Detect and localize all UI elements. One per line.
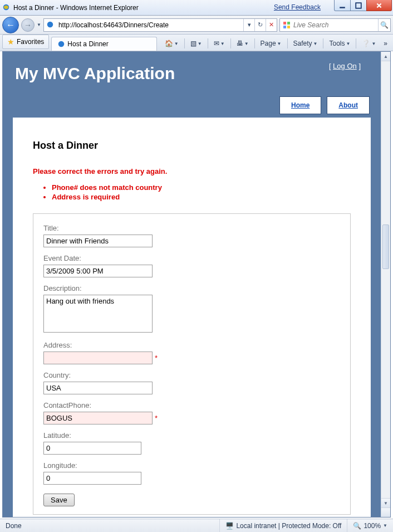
scroll-down-button[interactable]: ▼ bbox=[381, 498, 390, 507]
window-title: Host a Dinner - Windows Internet Explore… bbox=[13, 4, 139, 12]
search-button[interactable]: 🔍 bbox=[378, 19, 390, 31]
validation-error-item: Address is required bbox=[52, 193, 351, 201]
window-titlebar: Host a Dinner - Windows Internet Explore… bbox=[0, 0, 393, 16]
ie-icon bbox=[2, 3, 11, 12]
status-bar: Done 🖥️ Local intranet | Protected Mode:… bbox=[0, 519, 393, 532]
zoom-icon: 🔍 bbox=[353, 522, 361, 530]
svg-rect-7 bbox=[287, 26, 290, 28]
input-contactphone[interactable] bbox=[43, 412, 153, 424]
browser-navbar: ← → ▼ ▾ ↻ ✕ 🔍 bbox=[0, 16, 393, 35]
label-description: Description: bbox=[43, 284, 340, 292]
form-fieldset: Title: Event Date: Description: Hang out… bbox=[33, 213, 351, 515]
svg-rect-5 bbox=[287, 22, 290, 25]
page-icon bbox=[46, 21, 55, 30]
zoom-dropdown[interactable]: ▼ bbox=[383, 523, 387, 528]
status-text: Done bbox=[0, 519, 220, 532]
search-bar[interactable]: 🔍 bbox=[279, 18, 391, 32]
svg-point-8 bbox=[58, 41, 65, 47]
navhistory-dropdown[interactable]: ▼ bbox=[37, 22, 41, 27]
scroll-up-button[interactable]: ▲ bbox=[381, 52, 390, 61]
maximize-button[interactable] bbox=[350, 0, 367, 11]
label-longitude: Longitude: bbox=[43, 461, 340, 470]
browser-tabsbar: ★ Favorites Host a Dinner 🏠▼ ▧▼ ✉▼ 🖶▼ Pa… bbox=[0, 35, 393, 51]
page-heading: Host a Dinner bbox=[33, 140, 351, 152]
input-title[interactable] bbox=[43, 235, 153, 247]
browser-viewport: [ Log On ] My MVC Application Home About… bbox=[2, 51, 391, 518]
error-marker-contactphone: * bbox=[155, 414, 158, 422]
svg-rect-2 bbox=[356, 3, 361, 8]
input-country[interactable] bbox=[43, 382, 153, 394]
tools-menu[interactable]: Tools ▼ bbox=[326, 38, 353, 49]
svg-rect-4 bbox=[283, 22, 286, 25]
minimize-button[interactable] bbox=[334, 0, 351, 11]
scroll-corner bbox=[381, 507, 390, 517]
validation-errors: Phone# does not match country Address is… bbox=[52, 183, 351, 201]
main-content: Host a Dinner Please correct the errors … bbox=[13, 118, 371, 517]
star-icon: ★ bbox=[7, 37, 14, 46]
tab-host-a-dinner[interactable]: Host a Dinner bbox=[51, 37, 157, 51]
svg-rect-6 bbox=[283, 26, 286, 28]
favorites-label: Favorites bbox=[17, 38, 44, 46]
close-button[interactable] bbox=[366, 0, 392, 11]
scroll-thumb[interactable] bbox=[382, 224, 389, 269]
status-zoom[interactable]: 🔍 100% ▼ bbox=[347, 519, 393, 532]
page-menu[interactable]: Page ▼ bbox=[257, 38, 285, 49]
print-icon-button[interactable]: 🖶▼ bbox=[233, 38, 252, 49]
validation-summary: Please correct the errors and try again. bbox=[33, 167, 351, 175]
help-icon-button[interactable]: ❔▼ bbox=[358, 38, 379, 49]
label-address: Address: bbox=[43, 341, 340, 349]
svg-rect-1 bbox=[340, 7, 345, 8]
logon-area: [ Log On ] bbox=[329, 62, 361, 70]
send-feedback-link[interactable]: Send Feedback bbox=[274, 3, 321, 11]
input-address[interactable] bbox=[43, 352, 153, 364]
input-description[interactable]: Hang out with friends bbox=[43, 295, 153, 333]
address-dropdown[interactable]: ▾ bbox=[243, 19, 254, 31]
toolbar-chevron[interactable]: » bbox=[380, 38, 391, 49]
nav-home[interactable]: Home bbox=[279, 96, 321, 114]
tab-icon bbox=[57, 40, 65, 48]
livesearch-icon bbox=[282, 21, 291, 30]
input-latitude[interactable] bbox=[43, 442, 141, 455]
validation-error-item: Phone# does not match country bbox=[52, 183, 351, 192]
label-contactphone: ContactPhone: bbox=[43, 401, 340, 409]
address-input[interactable] bbox=[57, 20, 243, 30]
forward-button[interactable]: → bbox=[21, 18, 35, 32]
address-bar[interactable]: ▾ ↻ ✕ bbox=[43, 18, 277, 32]
safety-menu[interactable]: Safety ▼ bbox=[290, 38, 321, 49]
mail-icon-button[interactable]: ✉▼ bbox=[210, 38, 228, 49]
label-title: Title: bbox=[43, 224, 340, 232]
error-marker-address: * bbox=[155, 354, 158, 362]
favorites-button[interactable]: ★ Favorites bbox=[2, 35, 49, 49]
vertical-scrollbar[interactable]: ▲ ▼ bbox=[381, 52, 390, 517]
stop-button[interactable]: ✕ bbox=[266, 19, 277, 31]
label-latitude: Latitude: bbox=[43, 431, 340, 440]
label-country: Country: bbox=[43, 371, 340, 379]
save-button[interactable]: Save bbox=[43, 494, 75, 506]
zone-icon: 🖥️ bbox=[225, 522, 234, 530]
status-zone[interactable]: 🖥️ Local intranet | Protected Mode: Off bbox=[220, 519, 347, 532]
refresh-button[interactable]: ↻ bbox=[254, 19, 266, 31]
input-longitude[interactable] bbox=[43, 472, 141, 485]
label-eventdate: Event Date: bbox=[43, 254, 340, 262]
search-input[interactable] bbox=[293, 21, 378, 29]
tab-label: Host a Dinner bbox=[67, 40, 108, 48]
svg-point-3 bbox=[47, 21, 53, 27]
page-body: [ Log On ] My MVC Application Home About… bbox=[3, 52, 381, 517]
nav-about[interactable]: About bbox=[327, 96, 370, 114]
logon-link[interactable]: Log On bbox=[333, 62, 357, 70]
site-nav: Home About bbox=[3, 89, 381, 114]
input-eventdate[interactable] bbox=[43, 265, 153, 277]
home-icon-button[interactable]: 🏠▼ bbox=[161, 38, 182, 49]
feeds-icon-button[interactable]: ▧▼ bbox=[187, 38, 205, 49]
command-bar: 🏠▼ ▧▼ ✉▼ 🖶▼ Page ▼ Safety ▼ Tools ▼ ❔▼ » bbox=[161, 38, 391, 49]
back-button[interactable]: ← bbox=[2, 17, 19, 33]
app-title: My MVC Application bbox=[3, 52, 381, 89]
